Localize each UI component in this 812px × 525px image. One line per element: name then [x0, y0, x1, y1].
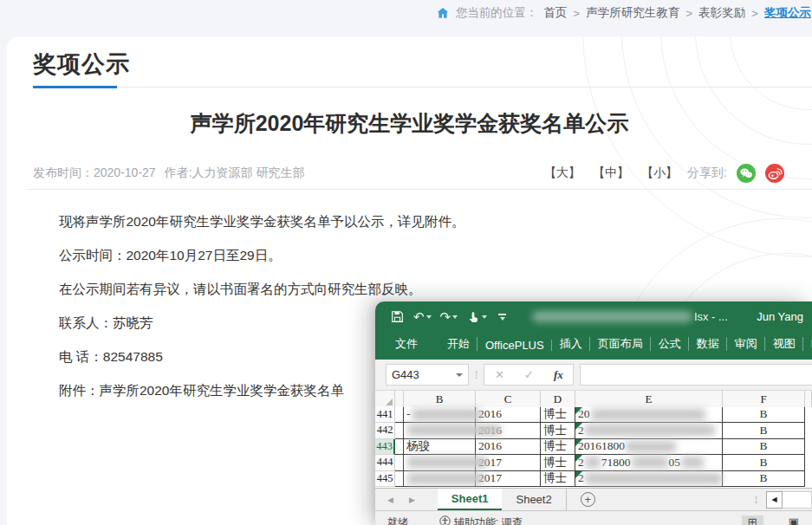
- breadcrumb-item[interactable]: 奖项公示: [764, 5, 811, 21]
- article-paragraph: 在公示期间若有异议，请以书面署名的方式向研究生部反映。: [59, 280, 596, 299]
- breadcrumb-item[interactable]: 声学所研究生教育: [586, 5, 679, 21]
- cell-g443[interactable]: [805, 439, 812, 456]
- enter-icon[interactable]: ✓: [524, 368, 534, 381]
- normal-view-icon[interactable]: ⊞: [742, 515, 763, 525]
- attachment-link[interactable]: 声学所2020年研究生学业奖学金获奖名单: [100, 383, 344, 398]
- cell-c445[interactable]: 2017: [476, 471, 541, 488]
- cell-e442[interactable]: 2: [575, 423, 723, 439]
- ribbon-tab-1[interactable]: 开始: [439, 334, 477, 353]
- cell-f443[interactable]: B: [723, 439, 805, 456]
- ribbon-tab-2[interactable]: OfficePLUS: [477, 337, 552, 353]
- row-header-442[interactable]: 442: [375, 423, 395, 439]
- font-size-button[interactable]: 【小】: [641, 165, 678, 181]
- page-layout-view-icon[interactable]: ▣: [783, 515, 805, 525]
- cell-e445[interactable]: 2: [575, 471, 723, 488]
- tabbar-resize-handle[interactable]: ⁞: [755, 495, 757, 505]
- sheet-tab-sheet2[interactable]: Sheet2: [502, 489, 566, 510]
- formula-input[interactable]: [580, 364, 812, 386]
- cell-f441[interactable]: B: [723, 407, 805, 424]
- cell-a442[interactable]: [395, 423, 404, 439]
- cell-e441[interactable]: 20: [575, 407, 723, 424]
- row-header-444[interactable]: 444: [375, 455, 395, 471]
- name-box[interactable]: G443: [386, 364, 469, 386]
- section-divider: [33, 87, 812, 88]
- wechat-share-icon[interactable]: [737, 164, 756, 183]
- font-size-button[interactable]: 【中】: [593, 165, 629, 181]
- redo-icon[interactable]: ↷: [438, 310, 461, 323]
- ribbon-tab-7[interactable]: 审阅: [727, 334, 765, 353]
- cell-b442[interactable]: [404, 423, 476, 439]
- column-header-e[interactable]: E: [575, 391, 723, 408]
- row-header-441[interactable]: 441: [375, 407, 395, 424]
- font-size-button[interactable]: 【大】: [544, 165, 581, 181]
- formula-bar-handle[interactable]: ⁞: [475, 371, 477, 379]
- cell-c443[interactable]: 2016: [476, 439, 541, 456]
- cancel-icon[interactable]: ✕: [495, 368, 504, 381]
- column-header-d[interactable]: D: [541, 391, 575, 408]
- cell-d444[interactable]: 博士: [541, 455, 575, 471]
- cell-e443[interactable]: 20161800: [575, 439, 723, 456]
- touch-mode-icon[interactable]: [464, 310, 490, 324]
- breadcrumb-item[interactable]: 首页: [543, 5, 567, 21]
- undo-icon[interactable]: ↶: [411, 310, 434, 323]
- row-header-445[interactable]: 445: [375, 471, 395, 488]
- ribbon-tab-4[interactable]: 页面布局: [590, 334, 651, 353]
- cell-b443[interactable]: 杨骏: [404, 439, 476, 456]
- row-header-443[interactable]: 443: [375, 439, 395, 456]
- breadcrumb-separator: >: [573, 7, 580, 20]
- cell-d443[interactable]: 博士: [541, 439, 575, 456]
- cell-d445[interactable]: 博士: [541, 471, 575, 488]
- cell-text: B: [759, 471, 767, 485]
- sheet-nav-left-icon[interactable]: ◀: [387, 496, 393, 504]
- cell-b445[interactable]: [404, 471, 476, 488]
- redacted-text: [591, 409, 705, 420]
- cell-g441[interactable]: [805, 407, 812, 424]
- ribbon-tab-5[interactable]: 公式: [651, 334, 689, 353]
- cell-b444[interactable]: [404, 455, 476, 471]
- ribbon-tab-3[interactable]: 插入: [552, 334, 590, 353]
- cell-c441[interactable]: 2016: [476, 407, 541, 424]
- cell-b441[interactable]: -: [404, 407, 476, 424]
- breadcrumb-item[interactable]: 表彰奖励: [698, 5, 745, 21]
- home-icon[interactable]: [436, 6, 450, 20]
- redacted-text: [626, 441, 676, 452]
- cell-f444[interactable]: B: [723, 455, 805, 471]
- save-icon[interactable]: [387, 309, 407, 324]
- ribbon-tab-6[interactable]: 数据: [689, 334, 727, 353]
- ribbon-tab-8[interactable]: 视图: [765, 334, 803, 353]
- cell-text: 博士: [543, 438, 567, 454]
- cell-g444[interactable]: [805, 455, 812, 471]
- new-sheet-button[interactable]: +: [581, 492, 595, 507]
- cell-text: B: [759, 439, 767, 453]
- scroll-left-icon[interactable]: ◀: [766, 491, 783, 509]
- cell-a444[interactable]: [395, 455, 404, 471]
- cell-d441[interactable]: 博士: [541, 407, 575, 424]
- ribbon-tab-file[interactable]: 文件: [387, 334, 425, 353]
- customize-toolbar-icon[interactable]: [498, 314, 506, 321]
- insert-function-icon[interactable]: fx: [554, 368, 563, 382]
- horizontal-scrollbar[interactable]: [783, 491, 812, 509]
- cell-f442[interactable]: B: [723, 423, 805, 439]
- column-header-a[interactable]: [395, 391, 404, 408]
- decor-circle: [660, 36, 812, 179]
- cell-g445[interactable]: [805, 471, 812, 488]
- column-header-g[interactable]: [805, 391, 812, 408]
- cell-d442[interactable]: 博士: [541, 423, 575, 439]
- cell-g442[interactable]: [805, 423, 812, 439]
- column-header-b[interactable]: B: [404, 391, 476, 408]
- cell-a441[interactable]: [395, 407, 404, 424]
- sheet-nav-right-icon[interactable]: ▶: [409, 496, 415, 504]
- cell-e444[interactable]: 27180005: [575, 455, 723, 471]
- account-user-name[interactable]: Jun Yang: [757, 310, 803, 323]
- weibo-share-icon[interactable]: [765, 164, 784, 183]
- column-header-f[interactable]: F: [723, 391, 805, 408]
- select-all-corner[interactable]: [375, 391, 395, 408]
- cell-a445[interactable]: [395, 471, 404, 488]
- cell-a443[interactable]: [395, 439, 404, 456]
- cell-f445[interactable]: B: [723, 471, 805, 488]
- sheet-tab-sheet1[interactable]: Sheet1: [438, 489, 503, 510]
- column-header-c[interactable]: C: [476, 391, 541, 408]
- ribbon-tab-9[interactable]: PDF工具箱: [803, 334, 812, 353]
- active-cell-reference: G443: [392, 368, 419, 381]
- accessibility-status[interactable]: 辅助功能: 调查: [439, 515, 523, 525]
